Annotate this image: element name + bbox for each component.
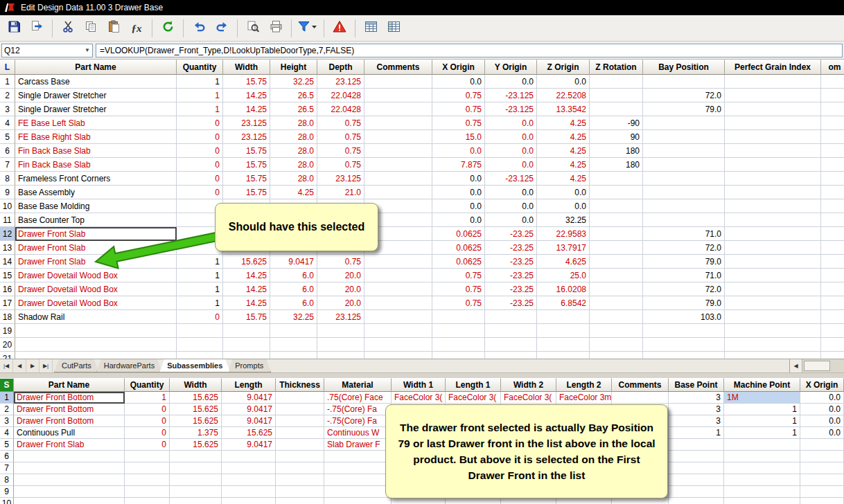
cell[interactable]: 71.0	[643, 269, 725, 282]
cell[interactable]	[222, 462, 276, 474]
cell[interactable]: -23.25	[485, 269, 537, 282]
cell[interactable]: 1	[177, 102, 223, 116]
cell[interactable]: 1	[724, 404, 800, 415]
cell[interactable]: 15.625	[170, 392, 222, 404]
cell[interactable]	[669, 462, 724, 474]
cell[interactable]	[170, 498, 222, 504]
cell[interactable]	[364, 186, 432, 199]
cell[interactable]: 0.0	[485, 144, 537, 158]
cell[interactable]	[590, 227, 643, 241]
cell[interactable]	[125, 474, 170, 486]
cell[interactable]: Drawer Dovetail Wood Box	[15, 296, 177, 310]
cell[interactable]	[590, 89, 643, 102]
cell[interactable]	[276, 462, 324, 474]
tab-nav-next-button[interactable]: ▶	[26, 359, 39, 372]
cell[interactable]	[669, 451, 724, 462]
cell[interactable]	[725, 282, 821, 296]
cell[interactable]: 22.9583	[537, 227, 590, 241]
cell[interactable]	[725, 199, 821, 213]
cell[interactable]: 0.0	[485, 213, 537, 227]
cell[interactable]	[364, 172, 432, 186]
cell[interactable]	[14, 498, 125, 504]
cell[interactable]	[725, 324, 821, 338]
cell[interactable]: Base Assembly	[15, 186, 177, 199]
row-number[interactable]: 21	[0, 352, 15, 359]
cell[interactable]	[223, 338, 270, 352]
scrollbar-thumb[interactable]	[804, 361, 830, 371]
cell[interactable]	[590, 172, 643, 186]
cell[interactable]: 6.8542	[537, 296, 590, 310]
cell[interactable]: 25.0	[537, 269, 590, 282]
cell[interactable]	[364, 282, 432, 296]
row-number[interactable]: 19	[0, 324, 15, 338]
cell[interactable]: 4.625	[537, 255, 590, 269]
cell[interactable]	[270, 352, 317, 359]
cell[interactable]: 22.5208	[537, 89, 590, 102]
cell[interactable]	[446, 498, 501, 504]
cell[interactable]: 14.25	[223, 102, 270, 116]
cell[interactable]	[364, 296, 432, 310]
cell[interactable]: 15.75	[223, 144, 270, 158]
cell[interactable]: 1	[724, 415, 800, 427]
cell[interactable]	[821, 227, 844, 241]
cell[interactable]: Drawer Front Bottom	[14, 392, 125, 404]
cell[interactable]: 9.0417	[222, 439, 276, 451]
cell[interactable]: 0.75	[432, 296, 485, 310]
column-header-comments[interactable]: Comments	[612, 378, 669, 392]
cell[interactable]: .75(Core) Face	[324, 392, 392, 404]
cell[interactable]	[556, 498, 612, 504]
column-header-x-origin[interactable]: X Origin	[432, 60, 485, 75]
cell[interactable]: 0.75	[317, 255, 364, 269]
cell[interactable]: 90	[590, 130, 643, 144]
cell[interactable]: 15.75	[223, 158, 270, 172]
cell[interactable]	[725, 158, 821, 172]
cell[interactable]: 15.625	[170, 415, 222, 427]
cell[interactable]	[590, 338, 643, 352]
cell[interactable]: -23.25	[485, 255, 537, 269]
cell[interactable]	[317, 338, 364, 352]
cell[interactable]: FE Base Left Slab	[15, 116, 177, 130]
cell[interactable]: FaceColor 3(	[392, 392, 446, 404]
cell[interactable]: 1	[125, 392, 170, 404]
cell[interactable]: 1	[177, 89, 223, 102]
cell[interactable]: 15.75	[223, 172, 270, 186]
cell[interactable]	[590, 324, 643, 338]
cell[interactable]: 28.0	[270, 116, 317, 130]
cell[interactable]	[324, 498, 392, 504]
copy-button[interactable]	[80, 17, 101, 39]
cut-button[interactable]	[58, 17, 78, 39]
cell[interactable]	[643, 199, 725, 213]
grid-corner-cell[interactable]: S	[0, 378, 14, 392]
cell[interactable]	[821, 241, 844, 255]
cell[interactable]: 4.25	[537, 144, 590, 158]
cell[interactable]	[270, 324, 317, 338]
cell[interactable]	[821, 116, 844, 130]
cell[interactable]: 7.875	[432, 158, 485, 172]
cell[interactable]: 13.3542	[537, 102, 590, 116]
cell[interactable]	[724, 474, 800, 486]
row-number[interactable]: 13	[0, 241, 15, 255]
cell[interactable]: 22.0428	[317, 102, 364, 116]
cell[interactable]: 0.0	[432, 144, 485, 158]
column-header-z-origin[interactable]: Z Origin	[537, 60, 590, 75]
cell[interactable]	[725, 296, 821, 310]
tab-cutparts[interactable]: CutParts	[54, 359, 99, 372]
cell[interactable]	[643, 75, 725, 89]
cell[interactable]: FaceColor 3(	[501, 392, 556, 404]
cell[interactable]: 0.0	[537, 75, 590, 89]
cell[interactable]: 1M	[724, 392, 800, 404]
cell[interactable]	[725, 213, 821, 227]
cell[interactable]	[432, 338, 485, 352]
row-number[interactable]: 7	[0, 462, 14, 474]
cell[interactable]: 0.0625	[432, 241, 485, 255]
column-header-height[interactable]: Height	[270, 60, 317, 75]
cell[interactable]: 0	[125, 439, 170, 451]
cell[interactable]	[821, 269, 844, 282]
cell[interactable]	[643, 158, 725, 172]
cell[interactable]	[725, 144, 821, 158]
cell[interactable]: 14.25	[223, 282, 270, 296]
cell[interactable]	[364, 144, 432, 158]
cell[interactable]	[364, 102, 432, 116]
cell[interactable]	[725, 89, 821, 102]
cell[interactable]: 0.0625	[432, 255, 485, 269]
